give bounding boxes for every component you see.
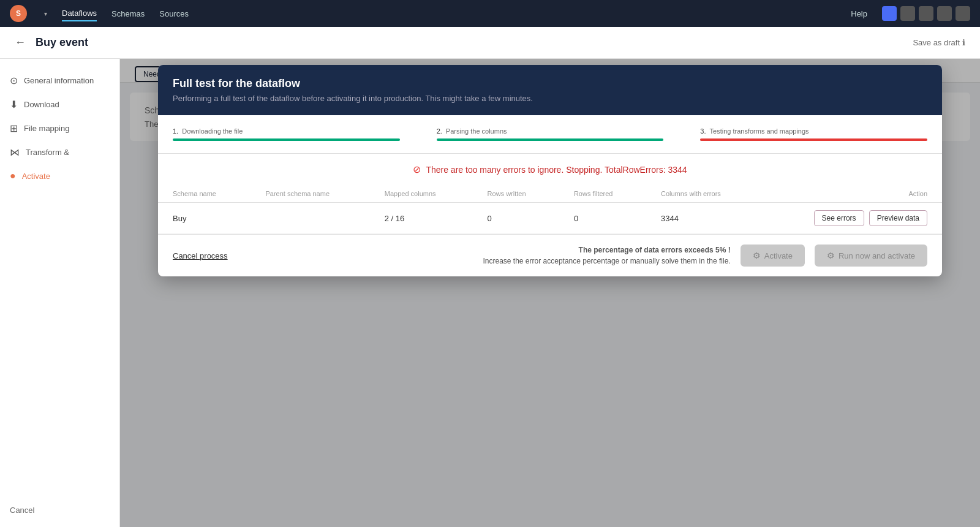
- step-2-label: 2. Parsing the columns: [437, 127, 664, 135]
- step-1: 1. Downloading the file: [173, 127, 400, 141]
- error-icon: ⊘: [413, 164, 421, 175]
- avatar-5: [956, 6, 970, 21]
- avatar-3: [919, 6, 933, 21]
- cell-rows-filtered: 0: [559, 203, 646, 234]
- col-schema-name: Schema name: [158, 185, 251, 203]
- cell-parent-schema: [251, 203, 369, 234]
- sidebar-item-activate[interactable]: ● Activate: [0, 164, 119, 188]
- page-header: ← Buy event Save as draft ℹ: [0, 27, 980, 59]
- avatar-1: [882, 6, 897, 21]
- general-info-icon: ⊙: [10, 75, 18, 86]
- cell-actions: See errors Preview data: [760, 203, 942, 234]
- cancel-process-button[interactable]: Cancel process: [173, 251, 228, 260]
- page-title: Buy event: [36, 36, 88, 49]
- transform-icon: ⋈: [10, 146, 20, 158]
- step-3: 3. Testing transforms and mappings: [700, 127, 927, 141]
- nav-dataflows[interactable]: Dataflows: [62, 6, 97, 21]
- sidebar: ⊙ General information ⬇ Download ⊞ File …: [0, 59, 120, 527]
- run-now-activate-button[interactable]: ⚙ Run now and activate: [815, 245, 927, 267]
- info-icon: ℹ: [962, 38, 965, 47]
- help-link[interactable]: Help: [851, 9, 867, 18]
- full-test-modal: Full test for the dataflow Performing a …: [158, 65, 942, 276]
- preview-data-button[interactable]: Preview data: [869, 210, 927, 226]
- activate-button[interactable]: ⚙ Activate: [741, 245, 805, 267]
- top-navigation: S ▾ Dataflows Schemas Sources Help: [0, 0, 980, 27]
- cell-mapped-columns: 2 / 16: [370, 203, 473, 234]
- modal-overlay: Full test for the dataflow Performing a …: [120, 59, 980, 527]
- sidebar-item-file-mapping[interactable]: ⊞ File mapping: [0, 116, 119, 140]
- nav-sources[interactable]: Sources: [159, 7, 189, 21]
- cancel-button[interactable]: Cancel: [10, 506, 34, 515]
- see-errors-button[interactable]: See errors: [814, 210, 864, 226]
- file-mapping-icon: ⊞: [10, 123, 18, 134]
- avatar-4: [937, 6, 952, 21]
- sidebar-item-general[interactable]: ⊙ General information: [0, 69, 119, 93]
- col-rows-filtered: Rows filtered: [559, 185, 646, 203]
- app-logo: S: [10, 5, 27, 22]
- sidebar-item-transform[interactable]: ⋈ Transform &: [0, 140, 119, 164]
- activate-icon: ●: [10, 170, 16, 181]
- step-3-bar: [700, 138, 927, 141]
- step-2: 2. Parsing the columns: [437, 127, 664, 141]
- col-columns-errors: Columns with errors: [646, 185, 760, 203]
- avatar-2: [900, 6, 915, 21]
- step-1-bar-fill: [173, 138, 400, 141]
- step-3-label: 3. Testing transforms and mappings: [700, 127, 927, 135]
- step-2-bar: [437, 138, 664, 141]
- nav-schemas[interactable]: Schemas: [111, 7, 145, 21]
- col-action: Action: [760, 185, 942, 203]
- modal-header: Full test for the dataflow Performing a …: [158, 65, 942, 115]
- cell-rows-written: 0: [473, 203, 559, 234]
- step-2-bar-fill: [437, 138, 664, 141]
- modal-subtitle: Performing a full test of the dataflow b…: [173, 94, 927, 103]
- step-3-bar-fill: [700, 138, 927, 141]
- col-mapped-columns: Mapped columns: [370, 185, 473, 203]
- results-table: Schema name Parent schema name Mapped co…: [158, 185, 942, 234]
- run-btn-icon: ⚙: [827, 251, 835, 260]
- user-avatars: [882, 6, 970, 21]
- activate-btn-icon: ⚙: [753, 251, 761, 260]
- sidebar-item-download[interactable]: ⬇ Download: [0, 93, 119, 116]
- content-area: Need help ? Tasks on this step: 2 Comple…: [120, 59, 980, 527]
- footer-warning: The percentage of data errors exceeds 5%…: [483, 245, 730, 267]
- download-icon: ⬇: [10, 99, 18, 110]
- col-rows-written: Rows written: [473, 185, 559, 203]
- progress-steps: 1. Downloading the file 2. Parsing the c…: [158, 115, 942, 154]
- table-row: Buy 2 / 16 0 0 3344 See errors Preview d…: [158, 203, 942, 234]
- logo-chevron-icon[interactable]: ▾: [44, 10, 47, 17]
- cell-schema-name: Buy: [158, 203, 251, 234]
- error-message: ⊘ There are too many errors to ignore. S…: [158, 154, 942, 185]
- back-button[interactable]: ←: [15, 36, 26, 49]
- col-parent-schema: Parent schema name: [251, 185, 369, 203]
- modal-title: Full test for the dataflow: [173, 77, 927, 90]
- step-1-label: 1. Downloading the file: [173, 127, 400, 135]
- save-draft-button[interactable]: Save as draft ℹ: [913, 38, 965, 47]
- modal-footer: Cancel process The percentage of data er…: [158, 234, 942, 276]
- step-1-bar: [173, 138, 400, 141]
- main-layout: ⊙ General information ⬇ Download ⊞ File …: [0, 59, 980, 527]
- cell-columns-errors: 3344: [646, 203, 760, 234]
